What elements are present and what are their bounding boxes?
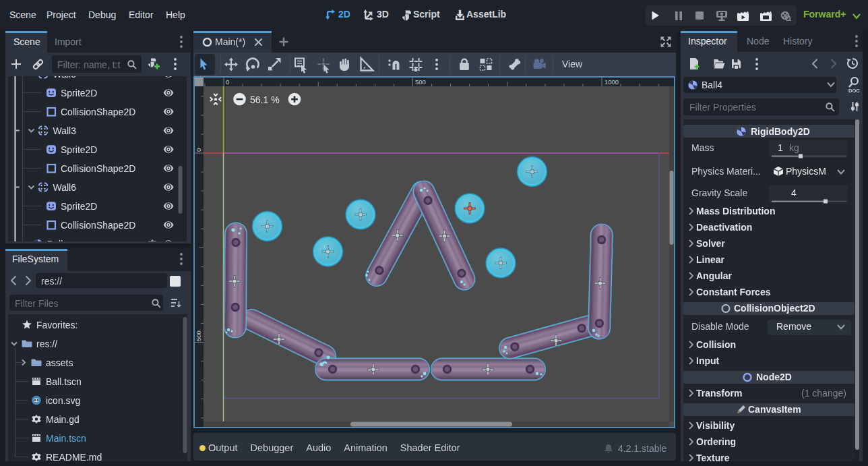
- svg-text:Sprite2D: Sprite2D: [61, 201, 97, 212]
- svg-text:Wall5: Wall5: [53, 76, 77, 80]
- svg-text:CollisionShape2D: CollisionShape2D: [61, 163, 135, 174]
- svg-text:Constant Forces: Constant Forces: [696, 287, 771, 297]
- svg-text:Mass: Mass: [691, 142, 714, 153]
- svg-text:Visibility: Visibility: [696, 420, 735, 431]
- svg-text:Favorites:: Favorites:: [36, 320, 78, 330]
- svg-text:1000: 1000: [604, 78, 619, 86]
- svg-text:Ordering: Ordering: [696, 436, 736, 447]
- svg-text:Transform: Transform: [696, 388, 742, 399]
- svg-text:Mass Distribution: Mass Distribution: [696, 206, 775, 216]
- svg-text:DOC: DOC: [848, 88, 860, 94]
- svg-text:PhysicsM: PhysicsM: [786, 166, 826, 177]
- svg-text:assets: assets: [46, 357, 73, 368]
- svg-text:Collision: Collision: [696, 339, 736, 350]
- svg-text:RigidBody2D: RigidBody2D: [751, 126, 810, 137]
- svg-text:CollisionShape2D: CollisionShape2D: [61, 107, 135, 117]
- svg-text:icon.svg: icon.svg: [46, 395, 80, 406]
- svg-text:0: 0: [195, 148, 202, 152]
- svg-text:README.md: README.md: [46, 452, 102, 462]
- svg-text:Solver: Solver: [696, 238, 725, 249]
- svg-text:500: 500: [415, 78, 426, 86]
- svg-text:CollisionObject2D: CollisionObject2D: [734, 303, 815, 314]
- svg-text:Deactivation: Deactivation: [696, 222, 752, 233]
- svg-text:Wall3: Wall3: [53, 125, 77, 136]
- svg-text:(1 change): (1 change): [801, 388, 846, 399]
- svg-text:Remove: Remove: [776, 321, 811, 332]
- svg-text:Ball.tscn: Ball.tscn: [46, 376, 82, 387]
- svg-text:Node2D: Node2D: [756, 372, 792, 382]
- svg-text:kg: kg: [789, 142, 799, 153]
- svg-text:res://: res://: [36, 339, 57, 349]
- svg-text:CanvasItem: CanvasItem: [748, 404, 801, 415]
- svg-text:Main.tscn: Main.tscn: [46, 433, 86, 444]
- svg-text:Physics Materi...: Physics Materi...: [691, 166, 761, 177]
- svg-text:Main.gd: Main.gd: [46, 414, 80, 425]
- svg-text:0: 0: [226, 78, 229, 86]
- svg-text:Sprite2D: Sprite2D: [61, 88, 97, 98]
- svg-text:1: 1: [778, 142, 783, 153]
- svg-text:Disable Mode: Disable Mode: [691, 321, 749, 332]
- svg-text:Gravity Scale: Gravity Scale: [691, 187, 747, 198]
- svg-text:Ball: Ball: [47, 239, 63, 242]
- svg-text:Wall6: Wall6: [53, 182, 77, 193]
- svg-text:Input: Input: [696, 355, 720, 366]
- svg-text:Sprite2D: Sprite2D: [61, 144, 97, 155]
- svg-text:4: 4: [791, 187, 797, 198]
- svg-text:CollisionShape2D: CollisionShape2D: [61, 220, 135, 231]
- svg-text:Linear: Linear: [696, 254, 725, 265]
- svg-text:Angular: Angular: [696, 270, 732, 281]
- svg-text:500: 500: [195, 330, 202, 341]
- svg-text:Texture: Texture: [696, 453, 730, 461]
